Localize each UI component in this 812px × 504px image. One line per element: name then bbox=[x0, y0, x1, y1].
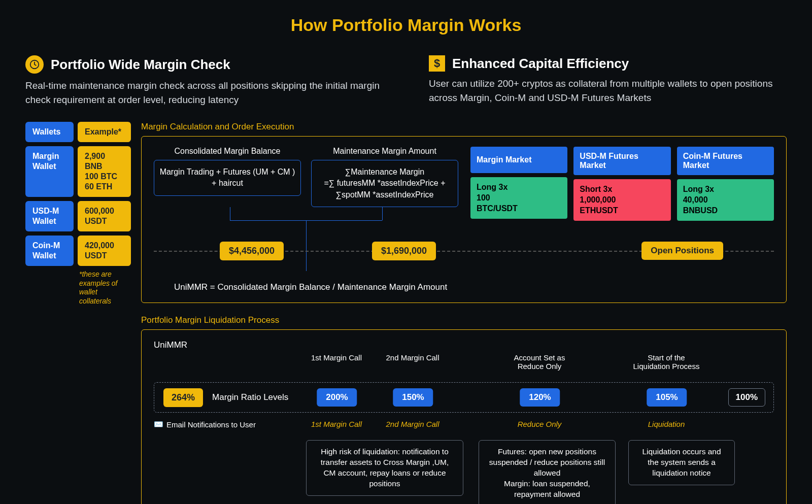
stage-labels: 1st Margin Call 2nd Margin Call Account … bbox=[154, 353, 774, 376]
top-right: $ Enhanced Capital Efficiency User can u… bbox=[429, 55, 787, 107]
open-positions-label: Open Positions bbox=[641, 242, 723, 260]
wallet-value: 2,900 BNB 100 BTC 60 ETH bbox=[78, 146, 131, 197]
market-position-long: Long 3x 40,000 BNBUSD bbox=[677, 179, 774, 221]
stage-label: Account Set as Reduce Only bbox=[504, 353, 575, 371]
wallet-label: Coin-M Wallet bbox=[25, 236, 74, 266]
right-desc: User can utilize 200+ cryptos as collate… bbox=[429, 77, 787, 105]
connector-lines bbox=[154, 207, 458, 240]
market-position-long: Long 3x 100 BTC/USDT bbox=[470, 177, 567, 219]
note-liquidation: Liquidation occurs and the system sends … bbox=[628, 440, 735, 485]
box2-title: Maintenance Margin Amount bbox=[311, 147, 458, 156]
maintenance-value: $1,690,000 bbox=[372, 242, 436, 260]
market-header: Coin-M Futures Market bbox=[677, 147, 774, 175]
stage-label: 2nd Margin Call bbox=[377, 353, 448, 362]
liq-panel: UniMMR 1st Margin Call 2nd Margin Call A… bbox=[141, 329, 787, 504]
left-heading: Portfolio Wide Margin Check bbox=[51, 57, 230, 73]
ratio-levels-label: Margin Ratio Levels bbox=[212, 392, 288, 402]
box1-body: Margin Trading + Futures (UM + CM ) + ha… bbox=[154, 160, 301, 196]
unimmr-value: 264% bbox=[163, 388, 203, 407]
ratio-level: 105% bbox=[647, 388, 687, 407]
box2-body: ∑Maintenance Margin =∑ futuresMM *assetI… bbox=[311, 160, 458, 207]
market-position-short: Short 3x 1,000,000 ETHUSDT bbox=[573, 179, 670, 221]
market-header: Margin Market bbox=[470, 147, 567, 173]
left-desc: Real-time maintenance margin check acros… bbox=[25, 79, 383, 107]
wallets-column: Wallets Example* Margin Wallet 2,900 BNB… bbox=[25, 122, 131, 306]
mail-icon: ✉️ bbox=[154, 420, 163, 429]
wallet-label: Margin Wallet bbox=[25, 146, 74, 197]
note-high-risk: High risk of liquidation: notification t… bbox=[306, 440, 463, 496]
consolidated-value: $4,456,000 bbox=[220, 242, 284, 260]
notes-row: High risk of liquidation: notification t… bbox=[154, 440, 774, 504]
sub-label: Reduce Only bbox=[518, 420, 562, 428]
markets: Margin Market Long 3x 100 BTC/USDT USD-M… bbox=[470, 147, 774, 221]
unimmr-formula: UniMMR = Consolidated Margin Balance / M… bbox=[174, 282, 774, 292]
note-reduce-only: Futures: open new positions suspended / … bbox=[479, 440, 616, 504]
ratio-level: 120% bbox=[520, 388, 560, 407]
dollar-icon: $ bbox=[429, 55, 445, 72]
sub-label: 2nd Margin Call bbox=[386, 420, 439, 428]
page-title: How Portfolio Margin Works bbox=[25, 15, 787, 35]
ratio-level: 200% bbox=[317, 388, 357, 407]
unimmr-label: UniMMR bbox=[154, 340, 774, 350]
market-header: USD-M Futures Market bbox=[573, 147, 670, 175]
wallet-label: USD-M Wallet bbox=[25, 201, 74, 231]
top-left: Portfolio Wide Margin Check Real-time ma… bbox=[25, 55, 383, 107]
example-header: Example* bbox=[78, 122, 131, 142]
calc-panel-title: Margin Calculation and Order Execution bbox=[141, 122, 787, 132]
stage-label: Start of the Liquidation Process bbox=[631, 353, 702, 371]
box1-title: Consolidated Margin Balance bbox=[154, 147, 301, 156]
wallets-note: *these are examples of wallet collateral… bbox=[79, 270, 131, 306]
ratio-final: 100% bbox=[728, 388, 765, 407]
wallets-header: Wallets bbox=[25, 122, 74, 142]
top-row: Portfolio Wide Margin Check Real-time ma… bbox=[25, 55, 787, 107]
wallet-value: 600,000 USDT bbox=[78, 201, 131, 231]
ratio-level: 150% bbox=[393, 388, 433, 407]
sub-label: 1st Margin Call bbox=[311, 420, 362, 428]
wallet-value: 420,000 USDT bbox=[78, 236, 131, 266]
clock-icon bbox=[25, 55, 44, 74]
sub-labels: ✉️ Email Notifications to User 1st Margi… bbox=[154, 420, 774, 433]
email-notif-label: ✉️ Email Notifications to User bbox=[154, 420, 256, 429]
right-heading: Enhanced Capital Efficiency bbox=[452, 56, 629, 72]
calc-panel: Consolidated Margin Balance Margin Tradi… bbox=[141, 136, 787, 303]
stage-label: 1st Margin Call bbox=[301, 353, 372, 362]
sub-label: Liquidation bbox=[648, 420, 685, 428]
liq-panel-title: Portfolio Margin Liquidation Process bbox=[141, 315, 787, 325]
margin-ratio-levels-box: 264% Margin Ratio Levels 200% 150% 120% … bbox=[154, 382, 774, 413]
